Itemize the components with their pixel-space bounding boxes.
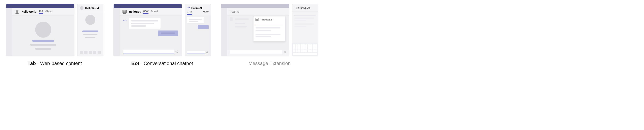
mobile-title: HelloBot [191, 6, 202, 9]
svg-rect-3 [17, 12, 18, 13]
svg-point-10 [188, 7, 188, 8]
mobile-header: HelloWorld [78, 4, 103, 12]
text-placeholder [83, 34, 97, 35]
titlebar [6, 4, 74, 8]
keyboard[interactable] [292, 43, 318, 56]
message-input[interactable] [187, 51, 205, 54]
tab-desktop-window: HelloWorld Tab About [6, 4, 74, 56]
msgext-column: Teams [221, 4, 318, 66]
mobile-header: ‹ HelloMsgExt [292, 4, 318, 11]
bot-mobile-window: HelloBot Chat More [185, 4, 211, 56]
result-line [256, 27, 280, 28]
flyout-search-input[interactable] [256, 22, 283, 25]
svg-rect-6 [124, 12, 124, 13]
svg-rect-13 [257, 19, 258, 19]
app-name: HelloBot [129, 10, 141, 13]
tab-more[interactable]: More [202, 10, 209, 15]
app-name: HelloWorld [22, 10, 36, 13]
flyout-title: HelloMsgExt [260, 18, 272, 21]
svg-point-11 [188, 7, 189, 8]
tab-about[interactable]: About [46, 10, 52, 13]
tab-chat[interactable]: Chat [143, 9, 148, 14]
text-placeholder [30, 44, 56, 46]
outgoing-message [198, 25, 209, 29]
tab-about[interactable]: About [151, 10, 158, 13]
msgext-desktop-window: Teams [221, 4, 289, 56]
app-icon [15, 10, 19, 14]
tab-mobile-window: HelloWorld [77, 4, 104, 56]
nav-item[interactable] [89, 51, 92, 54]
bot-icon [123, 18, 127, 22]
back-icon[interactable]: ‹ [294, 6, 295, 9]
mobile-tabs: Chat More [185, 10, 211, 15]
chat-area [185, 15, 211, 56]
result-line [256, 34, 280, 35]
bot-column: HelloBot Chat About [114, 4, 211, 66]
incoming-message [187, 17, 204, 23]
app-icon [122, 10, 126, 14]
svg-rect-7 [125, 12, 126, 13]
text-placeholder [85, 37, 95, 38]
tab-chat[interactable]: Chat [187, 10, 192, 15]
result-line [294, 26, 306, 27]
svg-point-9 [125, 20, 126, 20]
mobile-content [78, 12, 103, 49]
incoming-message [123, 18, 178, 29]
msgext-mobile-window: ‹ HelloMsgExt [292, 4, 318, 56]
mobile-title: HelloMsgExt [296, 6, 310, 9]
compose-box [187, 51, 209, 54]
send-icon[interactable] [206, 51, 209, 54]
send-icon[interactable] [175, 50, 178, 53]
tab-content [12, 15, 74, 56]
tab-column: HelloWorld Tab About [6, 4, 104, 66]
text-placeholder [35, 48, 51, 50]
message-input[interactable] [230, 50, 282, 54]
mobile-bottom-nav[interactable] [78, 49, 103, 56]
avatar-placeholder [35, 22, 51, 38]
svg-point-8 [124, 20, 125, 20]
svg-rect-14 [256, 20, 257, 20]
bot-desktop-window: HelloBot Chat About [114, 4, 182, 56]
svg-rect-5 [125, 11, 126, 11]
nav-item[interactable] [80, 51, 83, 54]
msgext-flyout: HelloMsgExt [253, 16, 286, 41]
teams-header: Teams [227, 8, 289, 15]
app-rail[interactable] [114, 8, 120, 56]
title-placeholder [82, 30, 98, 32]
titlebar [114, 4, 182, 8]
chat-area [120, 15, 182, 56]
result-line [294, 23, 314, 25]
nav-item[interactable] [98, 51, 101, 54]
bot-header: HelloBot Chat About [120, 8, 182, 15]
avatar-icon [80, 6, 84, 10]
bot-caption: Bot - Conversational chatbot [132, 61, 193, 66]
message-input[interactable] [123, 50, 174, 54]
avatar-placeholder [85, 15, 95, 25]
search-input[interactable] [294, 13, 316, 15]
msgext-caption: Message Extension [248, 61, 290, 66]
results-area [292, 15, 318, 43]
tab-caption: Tab - Web-based content [28, 61, 82, 66]
send-icon[interactable] [284, 51, 286, 53]
nav-item[interactable] [93, 51, 96, 54]
tab-tab[interactable]: Tab [39, 9, 43, 14]
outgoing-message [158, 30, 178, 36]
svg-rect-4 [124, 11, 124, 11]
app-rail[interactable] [6, 8, 12, 56]
svg-rect-0 [16, 11, 17, 11]
result-line [294, 20, 306, 21]
tab-header: HelloWorld Tab About [12, 8, 74, 15]
svg-rect-12 [256, 19, 257, 19]
svg-rect-15 [257, 20, 258, 20]
result-line [256, 30, 271, 31]
channel-area: HelloMsgExt [227, 15, 289, 50]
title-placeholder [32, 40, 54, 42]
result-line [294, 17, 314, 19]
nav-item[interactable] [84, 51, 88, 54]
titlebar [221, 4, 289, 8]
result-line [256, 36, 271, 37]
app-rail[interactable] [221, 8, 227, 56]
app-icon [256, 18, 259, 21]
bot-icon [187, 6, 190, 10]
mobile-header: HelloBot [185, 4, 211, 10]
